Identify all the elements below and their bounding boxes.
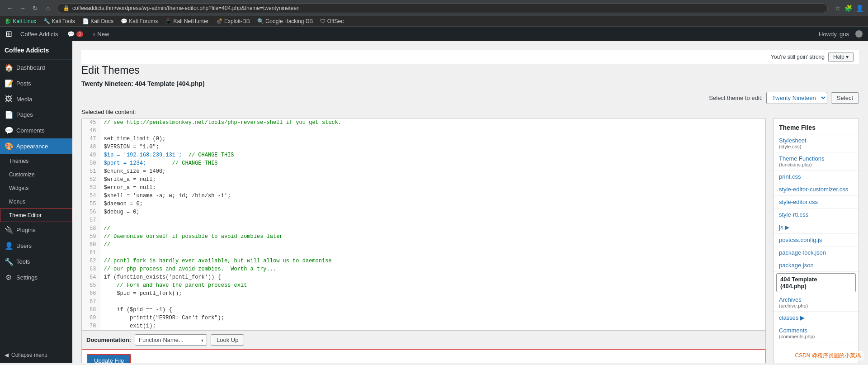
sidebar-item-users[interactable]: 👤 Users (0, 238, 72, 254)
line-number: 45 (82, 119, 100, 127)
bookmark-kali-linux[interactable]: 🐉 Kali Linux (5, 18, 36, 24)
list-item[interactable]: style-editor-customizer.css (774, 183, 859, 196)
bookmark-kali-docs[interactable]: 📄 Kali Docs (82, 18, 113, 24)
sidebar-item-tools[interactable]: 🔧 Tools (0, 254, 72, 270)
appearance-icon: 🎨 (5, 142, 13, 151)
file-item-link[interactable]: js ▶ (779, 224, 853, 231)
bookmark-exploit-db[interactable]: 💣 Exploit-DB (216, 18, 250, 24)
list-item[interactable]: package-lock.json (774, 246, 859, 259)
sidebar-item-posts[interactable]: 📝 Posts (0, 76, 72, 91)
file-item-link[interactable]: style-rtl.css (779, 211, 853, 218)
sidebar-item-dashboard[interactable]: 🏠 Dashboard (0, 60, 72, 76)
file-item-link[interactable]: Theme Functions (779, 155, 853, 162)
file-item-link[interactable]: package-lock.json (779, 249, 853, 256)
address-bar[interactable]: 🔒 coffeeaddicts.thm/wordpress/wp-admin/t… (57, 3, 828, 13)
extensions-icon[interactable]: 🧩 (844, 5, 852, 12)
bookmark-google-hacking[interactable]: 🔍 Google Hacking DB (257, 18, 313, 24)
sidebar-sub-label: Theme Editor (9, 212, 42, 218)
sidebar-item-theme-editor[interactable]: Theme Editor (0, 209, 72, 222)
browser-action-icons: ☆ 🧩 👤 (835, 5, 863, 12)
line-number: 57 (82, 216, 100, 224)
list-item[interactable]: postcss.config.js (774, 234, 859, 246)
file-item-active[interactable]: 404 Template(404.php) (776, 273, 856, 292)
file-item-link[interactable]: Comments (779, 327, 853, 334)
sidebar-item-media[interactable]: 🖼 Media (0, 91, 72, 107)
sidebar-item-customize[interactable]: Customize (0, 168, 72, 181)
file-item-link[interactable]: package.json (779, 262, 853, 269)
file-item-link[interactable]: Archives (779, 296, 853, 303)
list-item[interactable]: package.json (774, 259, 859, 272)
table-row: 70 exit(1); (82, 322, 765, 330)
file-item-link[interactable]: classes ▶ (779, 314, 853, 321)
table-row: 53$error_a = null; (82, 184, 765, 192)
file-item-link[interactable]: style-editor.css (779, 199, 853, 205)
file-item-sub-label: (functions.php) (779, 162, 853, 167)
line-number: 53 (82, 184, 100, 192)
file-item-link[interactable]: style-editor-customizer.css (779, 186, 853, 193)
list-item[interactable]: js ▶ (774, 221, 859, 234)
list-item[interactable]: Comments(comments.php) (774, 324, 859, 342)
sidebar-item-themes[interactable]: Themes (0, 154, 72, 168)
sidebar-item-label: Appearance (16, 143, 48, 150)
line-number: 54 (82, 192, 100, 200)
sidebar-item-widgets[interactable]: Widgets (0, 181, 72, 195)
admin-bar-new[interactable]: + New (88, 27, 113, 41)
admin-bar-comments[interactable]: 💬 0 (63, 27, 88, 41)
list-item[interactable]: style-editor.css (774, 196, 859, 209)
sidebar-item-settings[interactable]: ⚙ Settings (0, 270, 72, 285)
line-number: 48 (82, 143, 100, 151)
function-name-select[interactable]: Function Name... (135, 334, 207, 346)
line-code: // Fork and have the parent process exit (100, 281, 765, 289)
sidebar-site-name[interactable]: Coffee Addicts (0, 41, 72, 60)
sidebar-item-pages[interactable]: 📄 Pages (0, 107, 72, 123)
table-row: 47set_time_limit (0); (82, 135, 765, 143)
list-item[interactable]: Stylesheet(style.css) (774, 134, 859, 152)
file-item-link[interactable]: Stylesheet (779, 137, 853, 144)
bookmark-offsec[interactable]: 🛡 OffSec (320, 18, 344, 24)
file-item-link[interactable]: postcss.config.js (779, 237, 853, 243)
home-button[interactable]: ⌂ (42, 3, 53, 14)
line-number: 67 (82, 298, 100, 306)
forward-button[interactable]: → (17, 3, 28, 14)
back-button[interactable]: ← (5, 3, 15, 14)
list-item[interactable]: style-rtl.css (774, 209, 859, 221)
collapse-menu[interactable]: ◀ Collapse menu (0, 347, 72, 363)
sidebar-sub-label: Customize (9, 171, 35, 178)
table-row: 52$write_a = null; (82, 175, 765, 184)
file-item-sub-label: (comments.php) (779, 334, 853, 339)
reload-button[interactable]: ↻ (30, 3, 41, 14)
list-item[interactable]: Archives(archive.php) (774, 294, 859, 312)
line-code (100, 216, 765, 224)
bookmark-kali-nethunter[interactable]: 📱 Kali NetHunter (165, 18, 208, 24)
admin-bar-site-name[interactable]: Coffee Addicts (16, 27, 63, 41)
line-code: $VERSION = "1.0"; (100, 143, 765, 151)
file-item-link[interactable]: print.css (779, 173, 853, 180)
update-file-button[interactable]: Update File (87, 354, 131, 363)
list-item[interactable]: print.css (774, 171, 859, 183)
avatar (855, 30, 863, 38)
sidebar-item-menus[interactable]: Menus (0, 195, 72, 209)
bookmark-kali-forums[interactable]: 💬 Kali Forums (121, 18, 158, 24)
bookmark-icon[interactable]: ☆ (835, 5, 841, 12)
tools-icon: 🔧 (5, 257, 13, 266)
table-row: 57 (82, 216, 765, 224)
sidebar-item-label: Tools (16, 258, 30, 265)
code-editor[interactable]: 45// see http://pentestmonkey.net/tools/… (82, 119, 765, 330)
table-row: 62// pcntl_fork is hardly ever available… (82, 257, 765, 265)
list-item[interactable]: classes ▶ (774, 312, 859, 324)
wp-logo-icon[interactable]: ⊞ (5, 29, 12, 39)
list-item[interactable]: Theme Functions(functions.php) (774, 152, 859, 171)
sidebar-item-plugins[interactable]: 🔌 Plugins (0, 222, 72, 238)
help-button[interactable]: Help (828, 52, 854, 62)
select-theme-button[interactable]: Select (831, 92, 859, 104)
profile-icon[interactable]: 👤 (856, 5, 863, 12)
line-code: $pid = pcntl_fork(); (100, 289, 765, 298)
bookmark-kali-tools[interactable]: 🔧 Kali Tools (43, 18, 75, 24)
line-code: $ip = '192.168.239.131'; // CHANGE THIS (100, 151, 765, 159)
theme-select-dropdown[interactable]: Twenty Nineteen (766, 92, 827, 104)
bookmarks-bar: 🐉 Kali Linux 🔧 Kali Tools 📄 Kali Docs 💬 … (0, 16, 868, 27)
line-code: if ($pid == -1) { (100, 306, 765, 314)
sidebar-item-appearance[interactable]: 🎨 Appearance (0, 138, 72, 154)
sidebar-item-comments[interactable]: 💬 Comments (0, 123, 72, 138)
lookup-button[interactable]: Look Up (211, 334, 244, 346)
